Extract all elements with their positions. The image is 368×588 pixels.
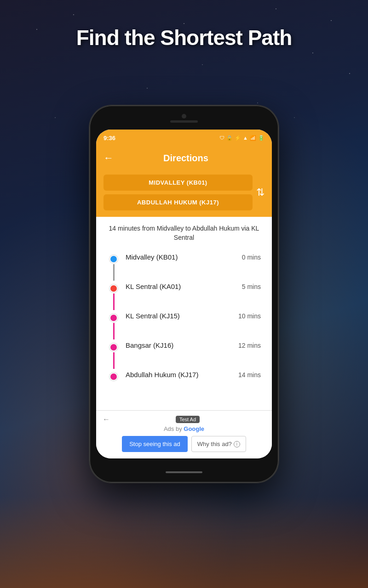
stop-name: KL Sentral (KJ15) [126, 312, 180, 320]
ad-section: ← Test Ad Ads by Google Stop seeing this… [96, 410, 272, 458]
ads-by-google-label: Ads by Google [103, 425, 265, 432]
ad-buttons: Stop seeing this ad Why this ad? i [103, 436, 265, 452]
route-summary: 14 minutes from Midvalley to Abdullah Hu… [104, 224, 264, 242]
battery-icon: 🔋 [258, 135, 264, 141]
stop-indicator [107, 251, 120, 281]
why-this-ad-label: Why this ad? [197, 441, 232, 447]
shield-icon: 🛡 [219, 135, 224, 141]
stop-indicator [107, 310, 120, 339]
stop-info: Midvalley (KB01)0 mins [120, 251, 261, 263]
why-this-ad-button[interactable]: Why this ad? i [191, 436, 246, 452]
stop-dot [109, 255, 118, 263]
header-title: Directions [121, 153, 251, 164]
ad-nav-row: ← Test Ad [103, 415, 265, 424]
station-selectors: MIDVALLEY (KB01) ABDULLAH HUKUM (KJ17) ⇅ [96, 170, 272, 217]
stop-time: 5 mins [242, 283, 261, 290]
lock-icon: 🔒 [226, 135, 233, 141]
stop-dot [109, 373, 118, 381]
phone-mockup: 9:36 🛡 🔒 ⚡ ▲ 📶 🔋 ← Directions MIDVALLEY [90, 106, 278, 482]
speaker-bar [170, 120, 198, 123]
test-ad-badge: Test Ad [176, 416, 200, 423]
stop-info: KL Sentral (KJ15)10 mins [120, 310, 261, 322]
stop-line [113, 323, 115, 339]
swap-stations-button[interactable]: ⇅ [256, 187, 264, 198]
stop-name: KL Sentral (KA01) [126, 283, 181, 290]
route-stop: Bangsar (KJ16)12 mins [107, 339, 261, 369]
signal-icon: 📶 [250, 135, 256, 141]
stop-time: 14 mins [238, 371, 261, 379]
phone-screen: 9:36 🛡 🔒 ⚡ ▲ 📶 🔋 ← Directions MIDVALLEY [96, 130, 272, 458]
route-stop: KL Sentral (KJ15)10 mins [107, 310, 261, 339]
ad-back-arrow[interactable]: ← [103, 415, 110, 424]
info-icon: i [234, 441, 240, 447]
page-title: Find the Shortest Path [0, 25, 368, 50]
stop-time: 12 mins [238, 342, 261, 349]
status-bar: 9:36 🛡 🔒 ⚡ ▲ 📶 🔋 [96, 130, 272, 146]
status-time: 9:36 [104, 135, 115, 141]
stop-info: Bangsar (KJ16)12 mins [120, 339, 261, 351]
google-brand: Google [184, 425, 204, 432]
route-stop: KL Sentral (KA01)5 mins [107, 281, 261, 310]
stop-dot [109, 284, 118, 293]
top-bar: ← Directions [96, 146, 272, 170]
phone-shell: 9:36 🛡 🔒 ⚡ ▲ 📶 🔋 ← Directions MIDVALLEY [90, 106, 278, 482]
route-stops: Midvalley (KB01)0 minsKL Sentral (KA01)5… [104, 251, 264, 381]
stop-name: Midvalley (KB01) [126, 253, 178, 261]
stop-indicator [107, 339, 120, 369]
charge-icon: ⚡ [235, 135, 241, 141]
station-inputs: MIDVALLEY (KB01) ABDULLAH HUKUM (KJ17) [104, 175, 253, 210]
from-station-button[interactable]: MIDVALLEY (KB01) [104, 175, 253, 191]
stop-line [113, 352, 115, 369]
stop-seeing-ad-button[interactable]: Stop seeing this ad [122, 436, 188, 452]
stop-name: Abdullah Hukum (KJ17) [126, 371, 198, 379]
route-content: 14 minutes from Midvalley to Abdullah Hu… [96, 217, 272, 388]
stop-name: Bangsar (KJ16) [126, 341, 173, 349]
camera-area [170, 114, 198, 123]
stop-indicator [107, 281, 120, 310]
stop-time: 10 mins [238, 312, 261, 320]
status-icons: 🛡 🔒 ⚡ ▲ 📶 🔋 [219, 135, 264, 141]
back-button[interactable]: ← [104, 152, 114, 164]
wifi-icon: ▲ [243, 135, 248, 141]
camera-dot [182, 114, 186, 119]
route-stop: Midvalley (KB01)0 mins [107, 251, 261, 281]
stop-info: Abdullah Hukum (KJ17)14 mins [120, 369, 261, 380]
bottom-glow [0, 496, 368, 588]
stop-time: 0 mins [242, 254, 261, 261]
stop-line [113, 264, 115, 281]
to-station-button[interactable]: ABDULLAH HUKUM (KJ17) [104, 194, 253, 210]
stop-line [113, 294, 115, 310]
stop-dot [109, 343, 118, 351]
stop-indicator [107, 369, 120, 381]
route-stop: Abdullah Hukum (KJ17)14 mins [107, 369, 261, 381]
stop-info: KL Sentral (KA01)5 mins [120, 281, 261, 292]
home-indicator [166, 471, 202, 473]
stop-dot [109, 314, 118, 322]
